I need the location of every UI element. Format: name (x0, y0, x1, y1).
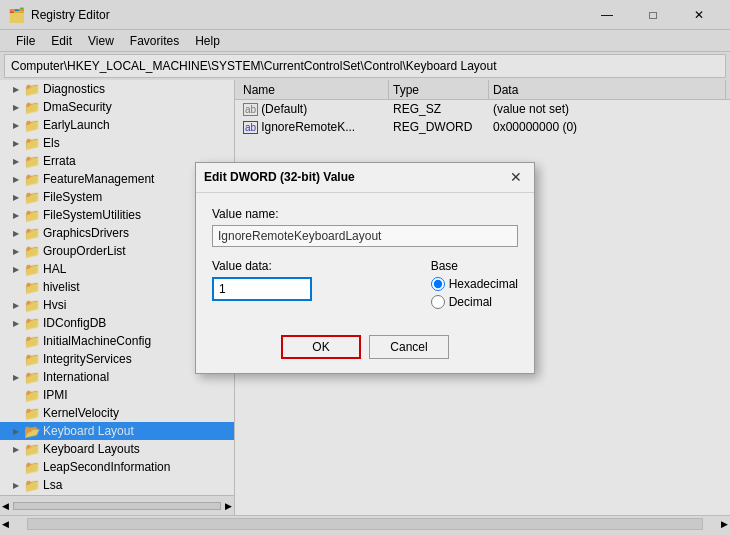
edit-dword-dialog: Edit DWORD (32-bit) Value ✕ Value name: … (195, 162, 535, 374)
radio-hexadecimal[interactable]: Hexadecimal (431, 277, 518, 291)
value-data-input[interactable] (212, 277, 312, 301)
base-group: Base Hexadecimal Decimal (431, 259, 518, 313)
value-name-input[interactable] (212, 225, 518, 247)
dialog-body: Value name: Value data: Base Hexadecimal… (196, 193, 534, 327)
radio-hex-label: Hexadecimal (449, 277, 518, 291)
cancel-button[interactable]: Cancel (369, 335, 449, 359)
dialog-close-button[interactable]: ✕ (506, 167, 526, 187)
radio-hex-input[interactable] (431, 277, 445, 291)
radio-decimal[interactable]: Decimal (431, 295, 518, 309)
radio-dec-input[interactable] (431, 295, 445, 309)
value-name-label: Value name: (212, 207, 518, 221)
value-data-label: Value data: (212, 259, 312, 273)
base-title: Base (431, 259, 518, 273)
dialog-title: Edit DWORD (32-bit) Value (204, 170, 506, 184)
ok-button[interactable]: OK (281, 335, 361, 359)
dialog-title-bar: Edit DWORD (32-bit) Value ✕ (196, 163, 534, 193)
dialog-buttons: OK Cancel (196, 327, 534, 373)
value-data-row: Value data: Base Hexadecimal Decimal (212, 259, 518, 313)
radio-dec-label: Decimal (449, 295, 492, 309)
dialog-overlay: Edit DWORD (32-bit) Value ✕ Value name: … (0, 0, 730, 535)
